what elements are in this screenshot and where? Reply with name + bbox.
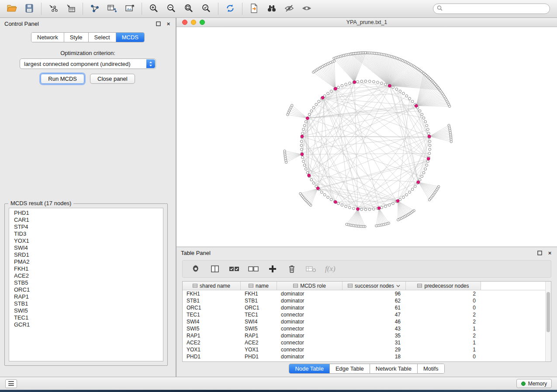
import-network-button[interactable]	[47, 3, 60, 15]
table-row[interactable]: ACE2ACE2connector311	[183, 339, 551, 346]
table-cell[interactable]: 29	[343, 346, 406, 353]
table-cell[interactable]: 1	[406, 325, 481, 332]
network-graph[interactable]	[176, 27, 557, 246]
table-cell[interactable]: PHD1	[183, 353, 241, 360]
mcds-result-item[interactable]: GCR1	[9, 321, 163, 328]
tab-network[interactable]: Network	[31, 33, 64, 42]
apply-layout-button[interactable]	[224, 3, 237, 15]
table-row[interactable]: SWI5SWI5connector431	[183, 325, 551, 332]
table-cell[interactable]: 0	[406, 304, 481, 311]
export-document-button[interactable]	[248, 3, 261, 15]
table-cell[interactable]: 18	[343, 353, 406, 360]
tab-motifs[interactable]: Motifs	[418, 364, 444, 373]
table-cell[interactable]: 0	[406, 297, 481, 304]
close-panel-icon[interactable]: ×	[166, 21, 171, 27]
table-row[interactable]: STB1STB1dominator620	[183, 297, 551, 304]
table-cell[interactable]: dominator	[277, 318, 343, 325]
table-cell[interactable]: ACE2	[241, 339, 277, 346]
table-settings-button[interactable]	[190, 264, 201, 274]
mcds-result-item[interactable]: SWI5	[9, 307, 163, 314]
mcds-result-item[interactable]: TEC1	[9, 314, 163, 321]
hide-selected-button[interactable]	[283, 3, 296, 15]
export-image-button[interactable]	[123, 3, 136, 15]
mcds-result-item[interactable]: PMA2	[9, 258, 163, 265]
close-table-panel-icon[interactable]: ×	[547, 250, 553, 256]
search-input[interactable]	[445, 6, 546, 12]
import-table-button[interactable]	[64, 3, 77, 15]
network-canvas[interactable]	[176, 27, 557, 247]
table-cell[interactable]: connector	[277, 346, 343, 353]
toolbar-search[interactable]	[433, 3, 550, 14]
table-cell[interactable]: 35	[343, 332, 406, 339]
table-cell[interactable]: TEC1	[183, 311, 241, 318]
table-cell[interactable]: connector	[277, 325, 343, 332]
mcds-result-item[interactable]: SRD1	[9, 251, 163, 258]
save-session-button[interactable]	[23, 3, 36, 15]
mcds-result-item[interactable]: STP4	[9, 224, 163, 230]
table-cell[interactable]: 62	[343, 297, 406, 304]
table-cell[interactable]: FKH1	[241, 290, 277, 297]
memory-button[interactable]: Memory	[516, 379, 552, 388]
mcds-result-item[interactable]: ACE2	[9, 272, 163, 279]
table-cell[interactable]: 0	[406, 353, 481, 360]
add-column-button[interactable]	[267, 264, 278, 274]
table-cell[interactable]: STB1	[183, 297, 241, 304]
table-cell[interactable]: TEC1	[241, 311, 277, 318]
table-cell[interactable]: 61	[343, 304, 406, 311]
tab-select[interactable]: Select	[89, 33, 116, 42]
table-cell[interactable]: 2	[406, 318, 481, 325]
table-row[interactable]: YOX1YOX1connector291	[183, 346, 551, 353]
table-cell[interactable]: connector	[277, 311, 343, 318]
table-cell[interactable]: dominator	[277, 304, 343, 311]
table-cell[interactable]: SWI5	[183, 325, 241, 332]
table-cell[interactable]: 2	[406, 290, 481, 297]
table-row[interactable]: SWI4SWI4dominator462	[183, 318, 551, 325]
zoom-out-button[interactable]	[165, 3, 178, 15]
table-cell[interactable]: 2	[406, 311, 481, 318]
tab-edge-table[interactable]: Edge Table	[330, 364, 370, 373]
column-header-successor-nodes[interactable]: successor nodes	[343, 282, 406, 290]
new-network-button[interactable]	[88, 3, 101, 15]
table-row[interactable]: FKH1FKH1dominator962	[183, 290, 551, 297]
search-network-button[interactable]	[265, 3, 278, 15]
zoom-selected-button[interactable]	[200, 3, 213, 15]
table-cell[interactable]: YOX1	[241, 346, 277, 353]
table-cell[interactable]: dominator	[277, 332, 343, 339]
table-row[interactable]: TEC1TEC1connector472	[183, 311, 551, 318]
tab-node-table[interactable]: Node Table	[289, 364, 330, 373]
table-cell[interactable]: connector	[277, 339, 343, 346]
zoom-fit-button[interactable]	[182, 3, 195, 15]
tab-network-table[interactable]: Network Table	[370, 364, 418, 373]
menu-list-button[interactable]	[5, 379, 17, 388]
float-table-panel-icon[interactable]	[537, 250, 543, 256]
table-row[interactable]: ORC1ORC1dominator610	[183, 304, 551, 311]
mcds-result-item[interactable]: ORC1	[9, 286, 163, 293]
close-panel-button[interactable]: Close panel	[90, 74, 135, 84]
table-cell[interactable]: ORC1	[241, 304, 277, 311]
mcds-result-item[interactable]: STB1	[9, 300, 163, 307]
table-cell[interactable]: 96	[343, 290, 406, 297]
table-cell[interactable]: 31	[343, 339, 406, 346]
table-scrollbar[interactable]	[545, 282, 551, 361]
mcds-result-item[interactable]: YOX1	[9, 237, 163, 244]
table-cell[interactable]: RAP1	[241, 332, 277, 339]
optimization-select[interactable]: largest connected component (undirected)	[20, 58, 156, 69]
mcds-result-item[interactable]: CAR1	[9, 217, 163, 224]
mcds-result-item[interactable]: SWI4	[9, 244, 163, 251]
network-from-table-button[interactable]	[106, 3, 119, 15]
table-row[interactable]: PHD1PHD1dominator180	[183, 353, 551, 360]
table-cell[interactable]: ORC1	[183, 304, 241, 311]
table-cell[interactable]: ACE2	[183, 339, 241, 346]
open-file-button[interactable]	[5, 3, 18, 15]
table-cell[interactable]: 47	[343, 311, 406, 318]
delete-column-button[interactable]	[287, 264, 297, 274]
table-cell[interactable]: STB1	[241, 297, 277, 304]
scrollbar-thumb[interactable]	[547, 292, 550, 332]
table-cell[interactable]: 1	[406, 339, 481, 346]
table-cell[interactable]: RAP1	[183, 332, 241, 339]
table-cell[interactable]: 1	[406, 346, 481, 353]
mcds-result-item[interactable]: TID3	[9, 230, 163, 237]
mcds-result-item[interactable]: RAP1	[9, 293, 163, 300]
table-cell[interactable]: 2	[406, 332, 481, 339]
deselect-all-button[interactable]	[248, 264, 259, 274]
